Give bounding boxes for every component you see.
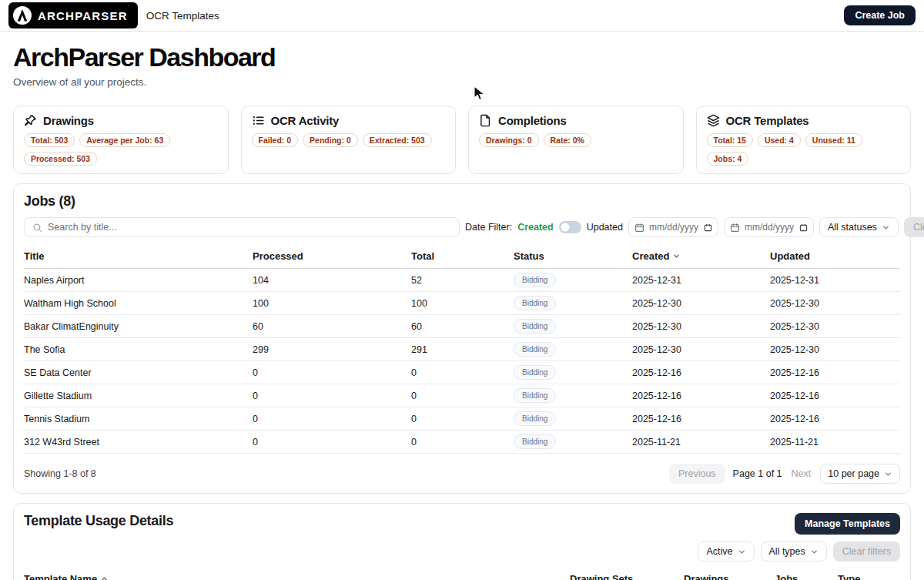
job-title-link[interactable]: 312 W43rd Street — [24, 437, 253, 448]
search-input[interactable] — [48, 222, 451, 233]
table-row: SE Data Center 0 0 Bidding 2025-12-16 20… — [24, 361, 900, 384]
job-updated: 2025-12-30 — [770, 298, 900, 309]
toggle-knob — [561, 223, 570, 232]
document-icon — [479, 114, 492, 127]
stats-row: Drawings Total: 503 Average per Job: 63 … — [13, 106, 911, 174]
stat-badge: Drawings: 0 — [479, 133, 539, 147]
status-badge: Bidding — [514, 273, 556, 287]
jobs-section: Jobs (8) Date Filter: Created Updated mm… — [13, 183, 911, 494]
column-header-processed[interactable]: Processed — [253, 250, 411, 262]
job-processed: 0 — [253, 414, 411, 424]
job-processed: 299 — [253, 344, 411, 355]
main-content: ArchParser Dashboard Overview of all you… — [0, 42, 924, 580]
page-indicator: Page 1 of 1 — [733, 468, 782, 479]
next-page-button[interactable]: Next — [790, 464, 813, 484]
chevron-down-icon — [882, 223, 890, 232]
column-header-total[interactable]: Total — [411, 250, 514, 262]
pagination: Previous Page 1 of 1 Next 10 per page — [669, 464, 900, 484]
templates-filter-row: Active All types Clear filters — [24, 541, 900, 562]
stat-card-title: OCR Activity — [271, 114, 340, 127]
stat-card-drawings: Drawings Total: 503 Average per Job: 63 … — [13, 106, 229, 174]
column-header-updated[interactable]: Updated — [770, 250, 900, 262]
date-picker-indicator-icon[interactable] — [799, 223, 808, 232]
job-created: 2025-12-16 — [632, 414, 770, 424]
jobs-clear-filters-button[interactable]: Clear filters — [904, 217, 924, 237]
calendar-icon — [730, 223, 740, 233]
status-badge: Bidding — [514, 342, 556, 357]
templates-title: Template Usage Details — [24, 513, 173, 529]
stat-badge: Processed: 503 — [24, 152, 97, 166]
templates-table-header: Template Name Drawing Sets Drawings Jobs… — [24, 570, 900, 580]
table-row: 312 W43rd Street 0 0 Bidding 2025-11-21 … — [24, 431, 900, 454]
date-from-placeholder: mm/dd/yyyy — [649, 222, 698, 233]
previous-page-button[interactable]: Previous — [669, 464, 725, 484]
type-filter-dropdown[interactable]: All types — [761, 541, 827, 562]
job-processed: 104 — [253, 275, 411, 286]
layers-icon — [707, 114, 720, 127]
stat-card-title: Completions — [498, 114, 567, 127]
job-processed: 0 — [253, 367, 411, 378]
stat-card-completions: Completions Drawings: 0 Rate: 0% — [468, 106, 684, 174]
job-title-link[interactable]: Naples Airport — [24, 275, 253, 286]
job-title-link[interactable]: Waltham High School — [24, 298, 253, 309]
brand-name: ARCHPARSER — [38, 9, 128, 22]
active-filter-value: Active — [706, 546, 732, 557]
stat-badge: Average per Job: 63 — [79, 133, 170, 147]
date-to-input[interactable]: mm/dd/yyyy — [724, 217, 814, 237]
stat-card-title: OCR Templates — [726, 114, 809, 127]
job-title-link[interactable]: Bakar ClimatEnginuity — [24, 321, 253, 332]
job-total: 100 — [411, 298, 514, 309]
column-header-title[interactable]: Title — [24, 250, 253, 262]
stat-badge: Unused: 11 — [805, 133, 862, 147]
column-header-type[interactable]: Type — [838, 573, 900, 580]
job-title-link[interactable]: The Sofia — [24, 344, 253, 355]
per-page-value: 10 per page — [828, 468, 879, 479]
templates-clear-filters-button[interactable]: Clear filters — [833, 541, 900, 562]
date-picker-indicator-icon[interactable] — [704, 223, 712, 232]
jobs-table-header: Title Processed Total Status Created Upd… — [24, 247, 900, 269]
column-header-template-name[interactable]: Template Name — [24, 573, 570, 580]
date-from-input[interactable]: mm/dd/yyyy — [628, 217, 718, 237]
table-row: Naples Airport 104 52 Bidding 2025-12-31… — [24, 269, 900, 292]
sort-asc-icon — [100, 575, 109, 580]
results-count: Showing 1-8 of 8 — [24, 468, 96, 479]
column-header-status[interactable]: Status — [514, 250, 632, 262]
chevron-down-icon — [810, 548, 819, 556]
stat-badge: Pending: 0 — [303, 133, 358, 147]
templates-table: Template Name Drawing Sets Drawings Jobs… — [24, 570, 900, 580]
status-filter-dropdown[interactable]: All statuses — [819, 217, 899, 237]
job-processed: 0 — [253, 437, 411, 448]
manage-templates-button[interactable]: Manage Templates — [795, 513, 900, 535]
jobs-filter-row: Date Filter: Created Updated mm/dd/yyyy … — [24, 217, 900, 237]
column-header-drawing-sets[interactable]: Drawing Sets — [570, 573, 684, 580]
brand-logo[interactable]: ARCHPARSER — [8, 2, 138, 28]
date-filter-created-label[interactable]: Created — [517, 222, 554, 233]
calendar-icon — [634, 223, 644, 233]
pushpin-icon — [24, 114, 37, 127]
job-title-link[interactable]: SE Data Center — [24, 367, 253, 378]
table-row: Waltham High School 100 100 Bidding 2025… — [24, 292, 900, 315]
jobs-table: Title Processed Total Status Created Upd… — [24, 247, 900, 454]
table-row: Tennis Stadium 0 0 Bidding 2025-12-16 20… — [24, 407, 900, 431]
job-title-link[interactable]: Tennis Stadium — [24, 414, 253, 424]
create-job-button[interactable]: Create Job — [844, 5, 916, 25]
job-processed: 0 — [253, 391, 411, 401]
date-filter-toggle[interactable] — [559, 221, 581, 233]
column-header-jobs[interactable]: Jobs — [775, 573, 838, 580]
date-filter-updated-label[interactable]: Updated — [587, 222, 623, 233]
sort-desc-icon — [672, 252, 681, 260]
jobs-title: Jobs (8) — [24, 193, 900, 210]
column-header-drawings[interactable]: Drawings — [684, 573, 775, 580]
status-badge: Bidding — [514, 365, 556, 380]
per-page-dropdown[interactable]: 10 per page — [820, 464, 900, 484]
job-total: 0 — [411, 414, 514, 424]
stat-badge: Jobs: 4 — [707, 152, 749, 166]
navbar-page-title: OCR Templates — [146, 10, 219, 22]
active-filter-dropdown[interactable]: Active — [698, 541, 754, 562]
status-badge: Bidding — [514, 319, 556, 334]
job-title-link[interactable]: Gillette Stadium — [24, 391, 253, 401]
column-header-created[interactable]: Created — [632, 250, 770, 262]
stat-badge: Used: 4 — [758, 133, 801, 147]
job-updated: 2025-11-21 — [770, 437, 900, 448]
job-created: 2025-12-30 — [632, 321, 770, 332]
